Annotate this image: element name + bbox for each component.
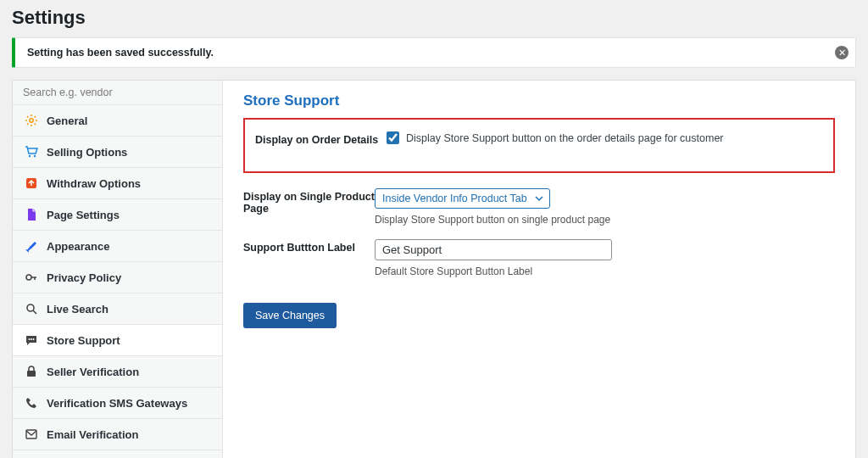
svg-rect-9 [27,371,36,377]
svg-point-2 [34,155,36,157]
sidebar-item-seller-verification[interactable]: Seller Verification [13,356,222,388]
save-button[interactable]: Save Changes [243,303,337,328]
sidebar-item-store-support[interactable]: Store Support [13,325,222,356]
settings-panel: GeneralSelling OptionsWithdraw OptionsPa… [12,80,856,458]
settings-sidebar: GeneralSelling OptionsWithdraw OptionsPa… [13,81,223,458]
sidebar-item-general[interactable]: General [13,105,222,137]
search-input[interactable] [23,87,212,98]
svg-point-4 [26,275,31,280]
brush-icon [25,239,38,253]
sidebar-item-label: Withdraw Options [47,177,141,190]
sidebar-item-label: Page Settings [47,209,120,221]
support-button-label-label: Support Buttton Label [243,239,375,254]
sidebar-item-social-api[interactable]: Social API [13,450,222,458]
sidebar-item-label: Selling Options [47,146,127,159]
display-single-helper: Display Store Support button on single p… [375,214,835,226]
support-button-label-input[interactable] [375,239,612,260]
notice-message: Setting has been saved successfully. [27,47,843,59]
svg-point-7 [31,338,32,340]
svg-point-6 [29,338,31,340]
success-notice: Setting has been saved successfully. ✕ [12,37,856,68]
lock-icon [25,365,38,378]
support-button-label-helper: Default Store Support Button Label [375,265,835,277]
display-order-checkbox[interactable] [387,131,399,144]
sidebar-nav: GeneralSelling OptionsWithdraw OptionsPa… [13,105,222,458]
display-single-label: Display on Single Product Page [243,188,375,215]
cart-icon [25,145,38,159]
sidebar-item-email-verification[interactable]: Email Verification [13,419,222,450]
sidebar-item-verification-sms-gateways[interactable]: Verification SMS Gateways [13,388,222,419]
page-title: Settings [12,7,856,29]
display-order-label: Display on Order Details [255,131,387,146]
sidebar-item-label: Email Verification [47,428,138,441]
section-title: Store Support [243,92,835,109]
arrow-up-icon [25,176,38,190]
svg-point-0 [30,119,33,122]
phone-icon [25,396,38,410]
mail-icon [25,427,38,441]
svg-point-5 [27,304,34,311]
settings-content: Store Support Display on Order Details D… [223,81,855,458]
gear-icon [25,114,38,127]
svg-point-1 [29,155,31,157]
sidebar-item-label: Privacy Policy [47,271,121,284]
sidebar-item-label: Seller Verification [47,366,139,378]
display-single-select[interactable]: Inside Vendor Info Product Tab [375,188,550,209]
sidebar-item-label: Store Support [47,334,120,347]
sidebar-item-label: Appearance [47,240,109,253]
chat-icon [25,333,38,347]
svg-point-8 [33,338,35,340]
page-icon [25,208,38,221]
sidebar-item-label: General [47,114,87,127]
sidebar-item-page-settings[interactable]: Page Settings [13,199,222,231]
sidebar-item-privacy-policy[interactable]: Privacy Policy [13,262,222,293]
svg-rect-10 [26,430,36,438]
sidebar-item-label: Verification SMS Gateways [47,397,187,410]
close-icon[interactable]: ✕ [835,46,849,59]
sidebar-item-appearance[interactable]: Appearance [13,231,222,262]
search-icon [25,302,38,316]
sidebar-search [13,81,222,105]
sidebar-item-withdraw-options[interactable]: Withdraw Options [13,168,222,199]
sidebar-item-label: Live Search [47,303,108,316]
display-order-checkbox-label[interactable]: Display Store Support button on the orde… [406,132,724,144]
highlighted-setting: Display on Order Details Display Store S… [243,118,835,173]
key-icon [25,271,38,284]
sidebar-item-selling-options[interactable]: Selling Options [13,137,222,168]
sidebar-item-live-search[interactable]: Live Search [13,293,222,325]
